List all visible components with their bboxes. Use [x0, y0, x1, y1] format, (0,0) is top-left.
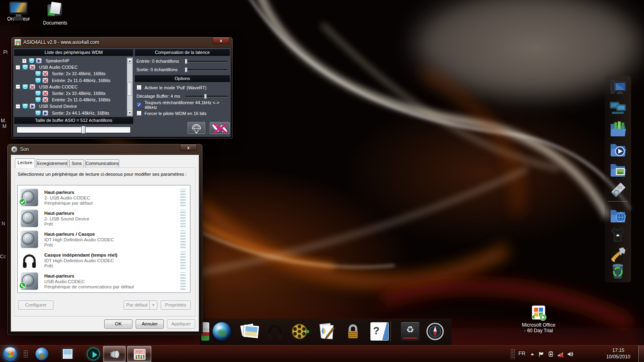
- dock-icon-earth-globe[interactable]: [213, 322, 231, 341]
- dock-icon-hidden-app[interactable]: [201, 322, 209, 341]
- device-tree-row[interactable]: +Speaker/HP: [14, 58, 126, 64]
- buffer-offset-thumb[interactable]: [204, 94, 207, 99]
- sound-dialog-body: LectureEnregistrementSonsCommunications …: [10, 154, 199, 332]
- tray-power-plug-icon[interactable]: [547, 351, 554, 358]
- taskbar-window-sound[interactable]: [103, 346, 126, 362]
- pull-mode-checkbox[interactable]: [136, 85, 142, 90]
- device-enable-power-icon[interactable]: [22, 84, 28, 90]
- tab-communications[interactable]: Communications: [85, 159, 119, 167]
- latency-output-slider[interactable]: [186, 69, 227, 70]
- force-16bit-checkbox[interactable]: [136, 111, 142, 116]
- right-dock-icon-recycle-full[interactable]: [609, 261, 627, 279]
- device-active-play-icon[interactable]: [29, 103, 35, 109]
- tray-flag-icon[interactable]: [538, 351, 545, 358]
- dock-icon-compass[interactable]: [426, 322, 444, 341]
- taskbar-app-media-player[interactable]: [87, 348, 100, 360]
- device-enable-power-icon[interactable]: [35, 78, 41, 83]
- latency-input-thumb[interactable]: [185, 59, 188, 64]
- desktop-icon-ordinateur[interactable]: Ordinateur: [1, 2, 36, 22]
- dock-icon-photos[interactable]: [240, 322, 258, 341]
- asio4all-titlebar[interactable]: ASIO4ALL v2.9 - www.asio4all.com: [11, 37, 233, 47]
- tray-volume-icon[interactable]: [567, 351, 574, 358]
- option-force-16bit[interactable]: Forcer le pilote WDM en 16 bits: [136, 110, 229, 116]
- taskbar-app-browser[interactable]: [35, 348, 48, 360]
- wrench-x-icon-button[interactable]: [210, 122, 230, 134]
- dock-icon-film-reel[interactable]: [291, 322, 309, 341]
- asio4all-close-button[interactable]: x: [213, 37, 229, 44]
- ok-button[interactable]: OK: [104, 319, 132, 329]
- dock-icon-documents-pen[interactable]: [317, 322, 336, 341]
- tab-lecture[interactable]: Lecture: [15, 158, 35, 168]
- right-dock-icon-network-computers[interactable]: [609, 99, 627, 117]
- device-tree-row[interactable]: Sortie: 2x 32-48kHz, 16Bits: [14, 90, 126, 97]
- dock-icon-recycle-bin[interactable]: [401, 322, 419, 341]
- desktop-icon-ms-office[interactable]: Microsoft Office - 60 Day Trial: [518, 305, 559, 333]
- right-dock-icon-web-folder[interactable]: [609, 205, 627, 224]
- right-dock-icon-pictures-folder[interactable]: [609, 159, 627, 178]
- tab-enregistrement[interactable]: Enregistrement: [36, 159, 68, 167]
- device-active-play-icon[interactable]: [36, 58, 42, 64]
- desktop-icon-documents[interactable]: Documents: [38, 2, 72, 26]
- resample-checkbox[interactable]: ✓: [136, 102, 142, 107]
- right-dock-icon-library-books[interactable]: [609, 119, 627, 138]
- device-tree-row[interactable]: Sortie: 2x 44.1-48kHz, 16Bits: [14, 110, 126, 116]
- collapse-minus-icon[interactable]: −: [16, 65, 20, 70]
- device-enable-power-icon[interactable]: [22, 64, 28, 70]
- device-unavailable-x-icon[interactable]: [29, 64, 35, 70]
- latency-output-thumb[interactable]: [185, 67, 188, 72]
- device-tree-row[interactable]: Entrée: 2x 11.0-48kHz, 16Bits: [14, 77, 126, 84]
- cancel-button[interactable]: Annuler: [136, 319, 164, 329]
- device-tree-row[interactable]: Sortie: 2x 32-48kHz, 16Bits: [14, 70, 126, 77]
- sound-dialog-close-button[interactable]: x: [180, 144, 197, 151]
- dock-icon-help[interactable]: [370, 322, 389, 341]
- buffer-offset-slider[interactable]: [186, 96, 227, 97]
- device-enable-power-icon[interactable]: [29, 58, 35, 64]
- device-unavailable-x-icon[interactable]: [42, 71, 48, 76]
- device-unavailable-x-icon[interactable]: [42, 78, 48, 83]
- scroll-up-arrow[interactable]: ▲: [128, 58, 132, 64]
- device-tree-row[interactable]: Entrée: 2x 11.0-48kHz, 16Bits: [14, 97, 126, 103]
- scrollbar-thumb[interactable]: [128, 82, 132, 96]
- device-tree-row[interactable]: −USB Audio CODEC: [14, 64, 126, 70]
- start-button[interactable]: [2, 346, 18, 362]
- device-enable-power-icon[interactable]: [35, 97, 41, 103]
- collapse-minus-icon[interactable]: −: [16, 84, 20, 89]
- tab-sons[interactable]: Sons: [69, 159, 84, 167]
- device-unavailable-x-icon[interactable]: [42, 97, 48, 103]
- device-active-play-icon[interactable]: [42, 110, 48, 116]
- tray-chevron-up-icon[interactable]: [529, 351, 536, 358]
- right-dock-icon-control-device[interactable]: [609, 179, 627, 198]
- dock-icon-padlock[interactable]: [344, 322, 362, 341]
- option-resample[interactable]: ✓ Toujours rééchantillonner 44.1kHz <-> …: [136, 102, 229, 108]
- option-pull-mode[interactable]: Activer le mode 'Pull' (WaveRT): [136, 84, 229, 90]
- expand-plus-icon[interactable]: +: [22, 59, 27, 63]
- device-unavailable-x-icon[interactable]: [42, 90, 48, 96]
- device-enable-power-icon[interactable]: [22, 103, 28, 109]
- language-indicator[interactable]: FR: [518, 350, 525, 356]
- asio-buffer-size-slider[interactable]: [17, 126, 131, 133]
- device-enable-power-icon[interactable]: [35, 71, 41, 76]
- buffer-slider-thumb[interactable]: [81, 126, 86, 134]
- collapse-minus-icon[interactable]: −: [16, 104, 20, 109]
- device-tree-row[interactable]: −USB Sound Device: [14, 103, 126, 109]
- device-tree-row[interactable]: −USB Audio CODEC: [14, 84, 126, 90]
- show-desktop-button[interactable]: [638, 346, 644, 362]
- right-dock-icon-media-folder[interactable]: [609, 139, 627, 158]
- device-enable-power-icon[interactable]: [35, 110, 41, 116]
- sound-dialog-titlebar[interactable]: Son: [7, 144, 202, 154]
- dock-icon-headphones[interactable]: [266, 322, 284, 341]
- device-unavailable-x-icon[interactable]: [29, 84, 35, 90]
- taskbar-window-asio4all[interactable]: ASIO: [127, 346, 151, 362]
- apply-button[interactable]: Appliquer: [167, 319, 195, 329]
- device-tree-scrollbar[interactable]: ▲ ▼: [127, 58, 133, 116]
- parachute-icon-button[interactable]: [188, 122, 205, 134]
- device-enable-power-icon[interactable]: [35, 90, 41, 96]
- latency-input-slider[interactable]: [186, 61, 227, 62]
- tray-network-error-icon[interactable]: [557, 351, 564, 358]
- scroll-down-arrow[interactable]: ▼: [128, 110, 132, 115]
- right-dock-icon-computer[interactable]: [609, 79, 627, 97]
- taskbar-app-photo-viewer[interactable]: [61, 348, 74, 360]
- tray-grip: [510, 349, 515, 359]
- clock[interactable]: 17:15 10/05/2010: [602, 347, 634, 360]
- right-dock-icon-t-shirt[interactable]: [609, 225, 627, 244]
